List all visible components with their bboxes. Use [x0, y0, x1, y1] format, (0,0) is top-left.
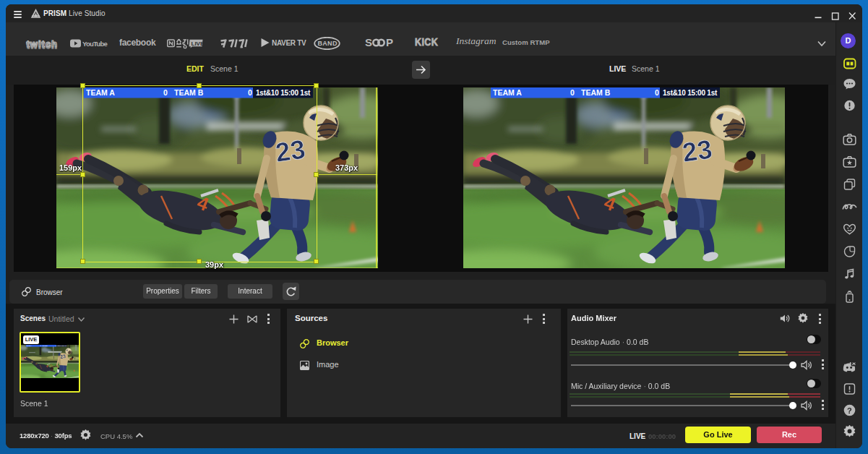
svg-text:LIVE: LIVE [192, 40, 205, 47]
svg-text:?: ? [847, 406, 852, 415]
svg-text:NAVER TV: NAVER TV [272, 39, 306, 47]
svg-text:P: P [386, 36, 393, 48]
svg-text:YouTube: YouTube [82, 40, 107, 48]
svg-text:twitch: twitch [27, 38, 59, 49]
svg-text:S: S [365, 36, 372, 48]
svg-text:BAND: BAND [318, 40, 338, 47]
